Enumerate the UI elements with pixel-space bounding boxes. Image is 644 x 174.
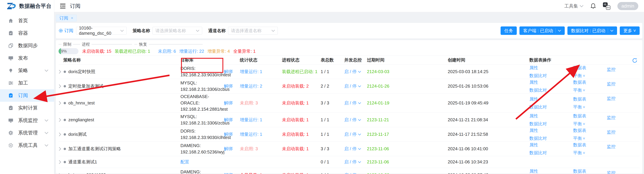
- policy-name: ob_hnnx_test: [68, 100, 94, 106]
- expand-icon[interactable]: [58, 70, 61, 74]
- target-db-addr: 192.168.2.154:2881/test: [180, 106, 222, 112]
- start-stop-dropdown[interactable]: 启 / 停: [344, 132, 361, 137]
- unbind-link[interactable]: 解绑: [224, 117, 232, 122]
- monitor-link[interactable]: 监控: [607, 96, 638, 102]
- data-compare-link[interactable]: 数据比对: [529, 121, 573, 127]
- bell-icon[interactable]: [590, 3, 596, 9]
- subscribe-settings-button[interactable]: 订阅: [58, 28, 74, 34]
- task-button[interactable]: 任务: [500, 26, 517, 35]
- limit-progress-bar: 9%: [58, 48, 78, 54]
- data-compare-link[interactable]: 数据比对: [529, 136, 573, 141]
- sidebar-item-system-tools[interactable]: 系统工具: [0, 139, 54, 152]
- start-stop-label: 启 / 停: [344, 69, 357, 74]
- unbind-link[interactable]: 解绑: [224, 146, 232, 151]
- close-icon[interactable]: ×: [71, 16, 73, 20]
- table-row: doris测试 DORIS:192.168.2.33:9030/clhtest …: [58, 127, 640, 142]
- balance-dropdown[interactable]: 平衡: [573, 104, 607, 110]
- clipboard-check-icon: [8, 93, 14, 98]
- sidebar-item-policy[interactable]: 策略: [0, 64, 54, 77]
- expand-icon[interactable]: [58, 101, 61, 105]
- sidebar-item-label: 系统工具: [18, 142, 38, 149]
- channel-select-placeholder: 请选择通道名称: [231, 28, 262, 34]
- start-stop-dropdown[interactable]: 启 / 停: [344, 69, 361, 74]
- unbind-link[interactable]: 解绑: [224, 84, 232, 88]
- more-button[interactable]: 更多 ˅: [620, 26, 640, 35]
- balance-dropdown[interactable]: 平衡: [573, 87, 607, 93]
- balance-dropdown[interactable]: 平衡: [573, 136, 607, 141]
- expand-icon[interactable]: [58, 84, 61, 88]
- sidebar-item-home[interactable]: 首页: [0, 14, 54, 27]
- attr-link[interactable]: 属性: [529, 168, 573, 174]
- policy-select[interactable]: 请选择策略名称: [152, 27, 202, 34]
- sidebar-item-processing[interactable]: 加工: [0, 77, 54, 89]
- monitor-link[interactable]: 监控: [607, 170, 638, 174]
- sidebar-item-subscribe[interactable]: 订阅: [0, 89, 54, 102]
- channel-select[interactable]: 请选择通道名称: [228, 27, 278, 34]
- status-stat: 全量异常: 1: [233, 48, 256, 54]
- attr-link[interactable]: 属性: [529, 113, 573, 119]
- monitor-link[interactable]: 监控: [607, 115, 638, 120]
- monitor-link[interactable]: 监控: [607, 81, 638, 87]
- data-compare-link[interactable]: 数据比对: [529, 150, 573, 156]
- compare-status-button[interactable]: 数据比对 : 已启动: [568, 26, 617, 35]
- attr-link[interactable]: 属性: [529, 65, 573, 71]
- table-count: 3 / 3: [321, 146, 344, 152]
- chevron-down-icon: [358, 71, 361, 73]
- unbind-link[interactable]: 解绑: [224, 100, 232, 106]
- sidebar-item-system-monitor[interactable]: 系统监控: [0, 114, 54, 127]
- config-link[interactable]: 配置: [180, 159, 189, 164]
- expand-icon[interactable]: [58, 160, 61, 164]
- user-avatar[interactable]: admin: [618, 2, 638, 10]
- sidebar-item-publish[interactable]: 发布: [0, 52, 54, 64]
- table-header: 策略名称 目标库 统计状态 进程状态 表总数 并发总控 过期时间 创建时间 数据…: [58, 56, 640, 64]
- datatable-link[interactable]: 数据表: [573, 128, 607, 134]
- client-select[interactable]: 10160-dameng_dsc_60: [76, 27, 126, 34]
- balance-dropdown[interactable]: 平衡: [573, 150, 607, 156]
- language-toggle-icon[interactable]: 中 En: [603, 2, 610, 10]
- unbind-link[interactable]: 解绑: [224, 69, 232, 74]
- col-expire-time: 过期时间: [367, 57, 448, 63]
- attr-link[interactable]: 属性: [529, 128, 573, 134]
- tab-subscribe[interactable]: 订阅 ×: [56, 15, 77, 22]
- datatable-link[interactable]: 数据表: [573, 96, 607, 102]
- sidebar-item-container[interactable]: 容器: [0, 27, 54, 40]
- monitor-link[interactable]: 监控: [607, 129, 638, 135]
- status-stat: 未启动装载: 15: [82, 48, 111, 54]
- attr-link[interactable]: 属性: [529, 79, 573, 85]
- data-compare-link[interactable]: 数据比对: [529, 73, 573, 79]
- datatable-link[interactable]: 数据表: [573, 79, 607, 85]
- monitor-link[interactable]: 监控: [607, 66, 638, 72]
- datatable-link[interactable]: 数据表: [573, 168, 607, 174]
- expand-icon[interactable]: [58, 173, 61, 174]
- refresh-icon[interactable]: [632, 58, 638, 63]
- datatable-link[interactable]: 数据表: [573, 142, 607, 148]
- start-stop-dropdown[interactable]: 启 / 停: [344, 172, 361, 174]
- client-status-button[interactable]: 客户端 : 已启动: [520, 26, 565, 35]
- start-stop-dropdown[interactable]: 启 / 停: [344, 100, 361, 106]
- unbind-link[interactable]: 解绑: [224, 132, 232, 137]
- expand-icon[interactable]: [58, 118, 61, 122]
- expand-icon[interactable]: [58, 147, 61, 151]
- balance-dropdown[interactable]: 平衡: [573, 121, 607, 127]
- start-stop-dropdown[interactable]: 启 / 停: [344, 159, 361, 165]
- attr-link[interactable]: 属性: [529, 142, 573, 148]
- expand-icon[interactable]: [58, 132, 61, 136]
- toolset-dropdown[interactable]: 工具集: [564, 3, 584, 9]
- balance-dropdown[interactable]: 平衡: [573, 73, 607, 79]
- unbind-link[interactable]: 解绑: [224, 172, 232, 174]
- sidebar-item-data-sync[interactable]: 数据同步: [0, 40, 54, 52]
- sidebar-item-realtime-compute[interactable]: 实时计算: [0, 102, 54, 114]
- monitor-link[interactable]: 监控: [607, 144, 638, 150]
- data-compare-link[interactable]: 数据比对: [529, 104, 573, 110]
- legend-line: [58, 44, 62, 44]
- attr-link[interactable]: 属性: [529, 96, 573, 102]
- data-compare-link[interactable]: 数据比对: [529, 87, 573, 93]
- start-stop-dropdown[interactable]: 启 / 停: [344, 117, 361, 123]
- chevron-down-icon: [272, 30, 275, 32]
- datatable-link[interactable]: 数据表: [573, 113, 607, 119]
- menu-fold-icon[interactable]: [60, 4, 66, 8]
- start-stop-dropdown[interactable]: 启 / 停: [344, 146, 361, 152]
- start-stop-dropdown[interactable]: 启 / 停: [344, 83, 361, 89]
- datatable-link[interactable]: 数据表: [573, 65, 607, 71]
- sidebar-item-system-manage[interactable]: 系统管理: [0, 127, 54, 139]
